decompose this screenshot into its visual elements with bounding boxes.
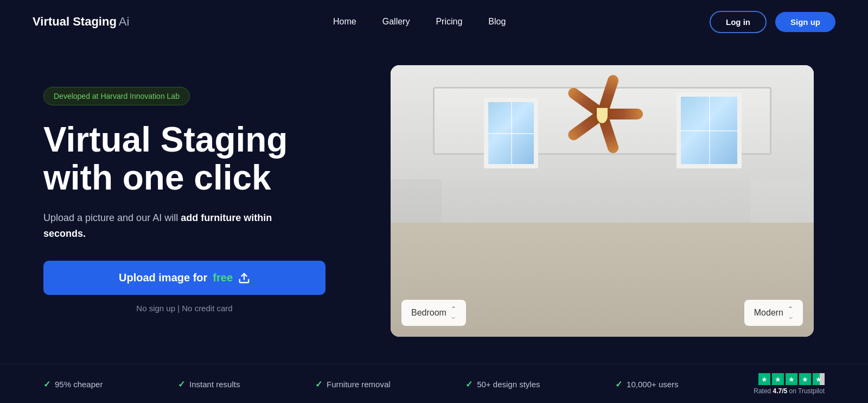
window-right xyxy=(676,92,742,168)
hero-left: Developed at Harvard Innovation Lab Virt… xyxy=(43,65,358,313)
feature-users: ✓ 10,000+ users xyxy=(615,379,679,389)
star-2: ★ xyxy=(772,373,784,385)
ceiling-fan xyxy=(553,81,651,147)
login-button[interactable]: Log in xyxy=(710,11,767,33)
hero-title: Virtual Staging with one click xyxy=(43,121,358,197)
feature-users-label: 10,000+ users xyxy=(627,380,679,389)
star-3: ★ xyxy=(786,373,797,385)
window-grid-right xyxy=(681,97,737,164)
room-back-wall xyxy=(442,179,750,228)
star-5-half: ★ xyxy=(813,373,825,385)
window-grid-left xyxy=(488,102,534,164)
upload-icon xyxy=(238,272,250,284)
trustpilot-widget: ★ ★ ★ ★ ★ Rated 4.7/5 on Trustpilot xyxy=(754,373,825,395)
header: Virtual Staging Ai Home Gallery Pricing … xyxy=(0,0,868,43)
feature-removal-label: Furniture removal xyxy=(327,380,391,389)
nav-pricing[interactable]: Pricing xyxy=(436,17,462,27)
room-image: Bedroom ⌃⌵ Modern ⌃⌵ xyxy=(391,65,814,337)
tp-rating: 4.7/5 xyxy=(773,387,788,395)
feature-removal: ✓ Furniture removal xyxy=(315,379,391,389)
feature-styles: ✓ 50+ design styles xyxy=(465,379,540,389)
no-signup-text: No sign up | No credit card xyxy=(43,304,326,313)
style-chevron-icon: ⌃⌵ xyxy=(788,305,793,320)
star-1: ★ xyxy=(758,373,770,385)
room-type-chevron-icon: ⌃⌵ xyxy=(451,305,456,320)
star-4: ★ xyxy=(799,373,811,385)
check-icon-3: ✓ xyxy=(315,379,322,389)
features-bar: ✓ 95% cheaper ✓ Instant results ✓ Furnit… xyxy=(0,364,868,403)
tp-label: Rated xyxy=(754,387,773,395)
fan-light xyxy=(597,108,608,123)
main-nav: Home Gallery Pricing Blog xyxy=(333,17,506,27)
trustpilot-stars: ★ ★ ★ ★ ★ xyxy=(758,373,825,385)
trustpilot-text: Rated 4.7/5 on Trustpilot xyxy=(754,387,825,395)
feature-cheaper-label: 95% cheaper xyxy=(55,380,103,389)
room-right-wall xyxy=(750,179,814,228)
check-icon-2: ✓ xyxy=(178,379,185,389)
room-type-label: Bedroom xyxy=(411,308,446,318)
logo-suffix: Ai xyxy=(119,15,130,29)
upload-label-prefix: Upload image for xyxy=(119,272,207,284)
logo: Virtual Staging Ai xyxy=(33,15,129,29)
upload-button[interactable]: Upload image for free xyxy=(43,261,326,295)
check-icon-4: ✓ xyxy=(465,379,473,389)
room-type-dropdown[interactable]: Bedroom ⌃⌵ xyxy=(401,300,466,326)
feature-instant: ✓ Instant results xyxy=(178,379,240,389)
check-icon-5: ✓ xyxy=(615,379,622,389)
style-label: Modern xyxy=(754,308,783,318)
feature-instant-label: Instant results xyxy=(189,380,240,389)
nav-blog[interactable]: Blog xyxy=(488,17,506,27)
room-visual xyxy=(391,65,814,337)
room-left-wall xyxy=(391,179,442,228)
feature-styles-label: 50+ design styles xyxy=(477,380,540,389)
feature-cheaper: ✓ 95% cheaper xyxy=(43,379,103,389)
hero-section: Developed at Harvard Innovation Lab Virt… xyxy=(0,43,868,358)
hero-subtitle: Upload a picture and our AI will add fur… xyxy=(43,210,304,242)
nav-home[interactable]: Home xyxy=(333,17,356,27)
check-icon-1: ✓ xyxy=(43,379,50,389)
badge: Developed at Harvard Innovation Lab xyxy=(43,87,190,105)
nav-gallery[interactable]: Gallery xyxy=(382,17,410,27)
upload-label-free: free xyxy=(213,272,233,284)
hero-right: Bedroom ⌃⌵ Modern ⌃⌵ xyxy=(391,65,825,337)
subtitle-normal: Upload a picture and our AI will xyxy=(43,212,181,223)
logo-brand: Virtual Staging xyxy=(33,15,117,29)
header-actions: Log in Sign up xyxy=(710,11,835,33)
window-left xyxy=(484,98,538,168)
style-dropdown[interactable]: Modern ⌃⌵ xyxy=(744,300,803,326)
tp-suffix: on Trustpilot xyxy=(787,387,825,395)
signup-button[interactable]: Sign up xyxy=(775,12,835,32)
